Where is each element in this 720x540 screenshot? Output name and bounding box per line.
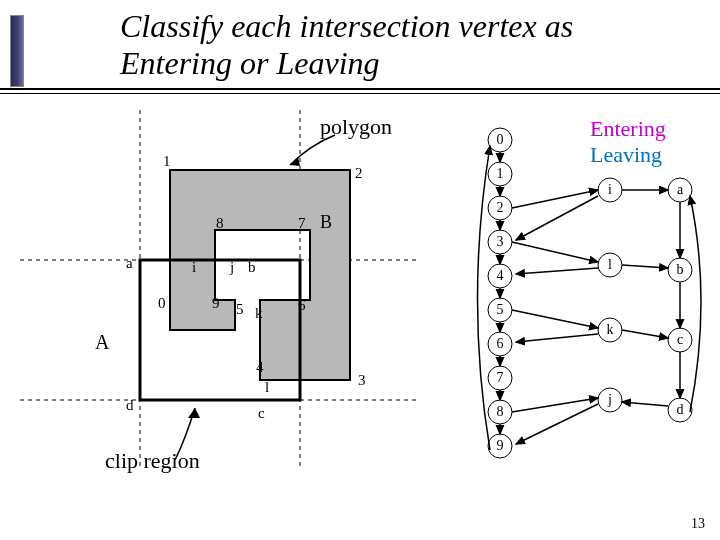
svg-text:5: 5 — [236, 301, 244, 317]
svg-text:l: l — [265, 379, 269, 395]
svg-text:j: j — [229, 259, 234, 275]
svg-line-71 — [516, 196, 598, 240]
svg-line-70 — [512, 190, 598, 208]
svg-text:i: i — [608, 182, 612, 197]
title-rule-thin — [0, 93, 720, 94]
svg-line-79 — [622, 265, 668, 268]
svg-text:c: c — [677, 332, 683, 347]
svg-line-74 — [512, 310, 598, 328]
right-chain: i a b k c j d l — [598, 178, 692, 422]
svg-text:k: k — [607, 322, 614, 337]
label-clip-region: clip region — [105, 450, 200, 472]
svg-text:6: 6 — [298, 297, 306, 313]
label-A: A — [95, 332, 109, 352]
polygon-clipping-figure: 1 2 3 4 5 6 7 8 9 0 a b c d i j k l — [0, 100, 430, 500]
svg-text:9: 9 — [212, 295, 220, 311]
svg-text:2: 2 — [497, 200, 504, 215]
title-rule-thick — [0, 88, 720, 90]
svg-text:4: 4 — [497, 268, 504, 283]
svg-line-73 — [516, 268, 598, 274]
svg-text:d: d — [126, 397, 134, 413]
page-number: 13 — [691, 516, 705, 532]
svg-text:b: b — [677, 262, 684, 277]
svg-text:i: i — [192, 259, 196, 275]
svg-marker-6 — [188, 408, 200, 418]
svg-text:d: d — [677, 402, 684, 417]
diagram-area: 1 2 3 4 5 6 7 8 9 0 a b c d i j k l A B … — [0, 100, 720, 520]
svg-text:6: 6 — [497, 336, 504, 351]
svg-text:b: b — [248, 259, 256, 275]
svg-text:j: j — [607, 392, 612, 407]
svg-line-80 — [622, 330, 668, 338]
svg-line-81 — [622, 402, 668, 406]
svg-text:l: l — [608, 257, 612, 272]
svg-text:8: 8 — [497, 404, 504, 419]
svg-text:a: a — [677, 182, 684, 197]
svg-text:5: 5 — [497, 302, 504, 317]
label-polygon: polygon — [320, 116, 392, 138]
svg-text:0: 0 — [158, 295, 166, 311]
svg-text:1: 1 — [497, 166, 504, 181]
svg-text:7: 7 — [298, 215, 306, 231]
svg-text:k: k — [255, 305, 263, 321]
left-chain: 0 1 2 3 4 5 6 7 8 9 — [478, 128, 513, 458]
title-line1: Classify each intersection vertex as — [120, 8, 573, 44]
svg-text:8: 8 — [216, 215, 224, 231]
svg-marker-5 — [290, 157, 300, 166]
svg-text:1: 1 — [163, 153, 171, 169]
svg-text:3: 3 — [497, 234, 504, 249]
label-B: B — [320, 213, 332, 231]
svg-text:a: a — [126, 255, 133, 271]
slide-title: Classify each intersection vertex as Ent… — [120, 8, 680, 82]
title-block: Classify each intersection vertex as Ent… — [120, 8, 680, 82]
svg-text:9: 9 — [497, 438, 504, 453]
svg-text:0: 0 — [497, 132, 504, 147]
svg-text:7: 7 — [497, 370, 504, 385]
title-line2: Entering or Leaving — [120, 45, 380, 81]
svg-text:3: 3 — [358, 372, 366, 388]
accent-bar — [10, 15, 24, 87]
svg-text:2: 2 — [355, 165, 363, 181]
vertex-graph: 0 1 2 3 4 5 6 7 8 9 — [440, 100, 720, 500]
svg-text:4: 4 — [256, 359, 264, 375]
svg-line-72 — [512, 242, 598, 262]
svg-line-75 — [516, 334, 598, 342]
svg-text:c: c — [258, 405, 265, 421]
